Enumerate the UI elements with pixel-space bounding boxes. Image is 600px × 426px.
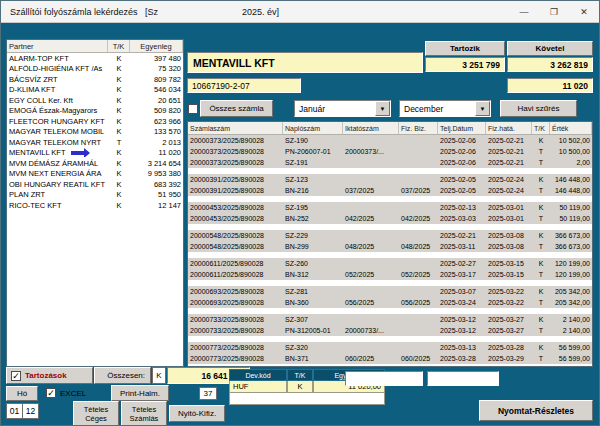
invoice-row[interactable]: 20000373/2025/890028PN-206007-0120000373…	[188, 146, 592, 157]
maximize-icon[interactable]: ❐	[539, 1, 569, 22]
invoice-cell: 2025-03-13	[438, 344, 486, 351]
invoice-row[interactable]: 20000693/2025/890028SZ-2812025-03-072025…	[188, 286, 592, 297]
invoice-cell: BN-252	[283, 215, 343, 222]
invoice-cell: 2025-03-29	[486, 355, 532, 362]
invoice-cell: 056/2025	[399, 299, 438, 306]
partner-row[interactable]: OBI HUNGARY REATIL KFTK683 392	[7, 179, 183, 190]
invoice-row[interactable]: 20000693/2025/890028BN-360056/2025056/20…	[188, 297, 592, 308]
partner-name-cell: MAGYAR TELEKOM NYRT	[7, 138, 108, 147]
invoice-row[interactable]: 20000391/2025/890028SZ-1232025-02-052025…	[188, 174, 592, 185]
print-halm-button[interactable]: Print-Halm.	[111, 385, 169, 401]
invoice-cell: 2025-03-08	[486, 243, 532, 250]
app-window: Szállítói folyószámla lekérdezés [Sz 202…	[0, 0, 600, 426]
invoice-row[interactable]: 20000453/2025/890028BN-252042/2025042/20…	[188, 213, 592, 224]
month-to-input[interactable]: 12	[22, 403, 39, 419]
month-to-select[interactable]: December ▼	[399, 100, 491, 117]
partner-name-cell: MVM NEXT ENERGIA ÁRA	[7, 169, 108, 178]
partner-name-cell: ALFÖLD-HIGIÉNIA KFT /As	[7, 64, 108, 73]
partner-balance-cell: 51 950	[130, 190, 183, 199]
invoice-col-header[interactable]: T/K	[532, 122, 550, 134]
invoice-cell: 042/2025	[343, 215, 399, 222]
invoice-cell: SZ-260	[283, 260, 343, 267]
partner-row[interactable]: EMOGÁ Észak-MagyarorsK509 820	[7, 106, 183, 117]
kovetel-value: 3 262 819	[507, 57, 593, 72]
partner-row[interactable]: MVM DÉMÁSZ ÁRAMHÁLK3 214 654	[7, 158, 183, 169]
invoice-cell: 20000548/2025/890028	[188, 232, 283, 239]
invoice-col-header[interactable]: Telj.Dátum	[438, 122, 486, 134]
invoice-cell: 042/2025	[399, 215, 438, 222]
invoice-cell: T	[532, 299, 550, 306]
invoice-row[interactable]: 20000373/2025/890028SZ-1912025-02-062025…	[188, 157, 592, 168]
invoice-row[interactable]: 20000733/2025/890028SZ-3072025-03-122025…	[188, 314, 592, 325]
partner-row[interactable]: MVM NEXT ENERGIA ÁRAK9 953 380	[7, 169, 183, 180]
partner-table-body: ALARM-TOP KFTK397 480ALFÖLD-HIGIÉNIA KFT…	[7, 53, 183, 211]
partner-row[interactable]: RICO-TEC KFTK12 147	[7, 200, 183, 211]
invoice-cell: T	[532, 187, 550, 194]
partner-name-cell: FLEETCOR HUNGARY KFT	[7, 117, 108, 126]
tax-id-field[interactable]: 10667190-2-07	[187, 78, 301, 93]
invoice-cell: 2025-03-12	[438, 327, 486, 334]
invoice-row[interactable]: 20000548/2025/890028BN-299048/2025048/20…	[188, 241, 592, 252]
selected-partner-name-field[interactable]: MENTAVILL KFT	[187, 52, 423, 73]
partner-row[interactable]: MAGYAR TELEKOM NYRTT2 013	[7, 137, 183, 148]
nyito-kifiz-button[interactable]: Nyitó-Kifiz.	[169, 405, 225, 422]
minimize-icon[interactable]: —	[509, 1, 539, 22]
partner-row[interactable]: PLAN ZRTK51 950	[7, 190, 183, 201]
invoice-row[interactable]: 20000373/2025/890028SZ-1902025-02-062025…	[188, 135, 592, 146]
chevron-down-icon[interactable]: ▼	[375, 101, 390, 116]
partner-name-cell: MENTAVILL KFT	[7, 148, 108, 157]
invoice-row[interactable]: 20000548/2025/890028SZ-2292025-02-212025…	[188, 230, 592, 241]
invoice-cell: 052/2025	[399, 271, 438, 278]
partner-col-header-balance[interactable]: Egyenleg	[130, 40, 183, 52]
partner-balance-cell: 809 782	[130, 75, 183, 84]
invoice-cell: 048/2025	[399, 243, 438, 250]
empty-field-right[interactable]	[427, 371, 499, 386]
invoice-col-header[interactable]: Érték	[550, 122, 592, 134]
invoice-cell: 146 448,00	[550, 187, 592, 194]
partner-balance-cell: 546 034	[130, 85, 183, 94]
partner-row[interactable]: MAGYAR TELEKOM MOBILK133 570	[7, 127, 183, 138]
partner-row[interactable]: FLEETCOR HUNGARY KFTK623 966	[7, 116, 183, 127]
month-from-select[interactable]: Január ▼	[294, 100, 391, 117]
tartozasok-checkbox[interactable]: ✓	[11, 371, 21, 381]
partner-row[interactable]: D-KLIMA KFTK546 034	[7, 85, 183, 96]
invoice-cell: 2025-03-28	[486, 344, 532, 351]
excel-checkbox[interactable]: ✓	[46, 388, 56, 398]
month-from-input[interactable]: 01	[6, 403, 23, 419]
close-icon[interactable]: ✕	[569, 1, 599, 22]
osszes-szamla-checkbox[interactable]	[188, 104, 198, 114]
invoice-cell: 2,00	[550, 159, 592, 166]
partner-row[interactable]: EGY COLL Ker. KftK20 651	[7, 95, 183, 106]
tetles-szamlas-button[interactable]: Tételes Számlás	[121, 401, 167, 426]
invoice-row[interactable]: 20000773/2025/890028SZ-3202025-03-132025…	[188, 342, 592, 353]
invoice-row[interactable]: 20000391/2025/890028BN-216037/2025037/20…	[188, 185, 592, 196]
havi-szures-button[interactable]: Havi szűrés	[500, 100, 577, 117]
osszes-szamla-button[interactable]: Összes számla	[200, 100, 273, 117]
partner-name-cell: EMOGÁ Észak-Magyarors	[7, 106, 108, 115]
invoice-col-header[interactable]: Számlaszám	[188, 122, 283, 134]
partner-row[interactable]: BÁCSVÍZ ZRTK809 782	[7, 74, 183, 85]
invoice-row[interactable]: 20000453/2025/890028SZ-1952025-02-132025…	[188, 202, 592, 213]
partner-row[interactable]: MENTAVILL KFTK11 020	[7, 148, 183, 159]
chevron-down-icon[interactable]: ▼	[475, 101, 490, 116]
partner-row[interactable]: ALFÖLD-HIGIÉNIA KFT /AsK75 320	[7, 64, 183, 75]
invoice-col-header[interactable]: Naplószám	[283, 122, 343, 134]
invoice-row[interactable]: 20000733/2025/890028PN-312005-0120000733…	[188, 325, 592, 336]
invoice-row[interactable]: 20000611/2025/890028SZ-2602025-02-272025…	[188, 258, 592, 269]
invoice-cell: 20000693/2025/890028	[188, 288, 283, 295]
tartozasok-panel: ✓ Tartozások	[6, 367, 93, 384]
tetles-ceges-button[interactable]: Tételes Céges	[73, 401, 119, 426]
partner-row[interactable]: ALARM-TOP KFTK397 480	[7, 53, 183, 64]
partner-col-header-tk[interactable]: T/K	[108, 40, 130, 52]
nyomtat-reszletes-button[interactable]: Nyomtat-Részletes	[479, 400, 593, 421]
partner-table-header: Partner T/K Egyenleg	[7, 40, 183, 53]
invoice-col-header[interactable]: Fiz.hatá.	[486, 122, 532, 134]
invoice-cell: 2025-03-17	[438, 271, 486, 278]
invoice-row[interactable]: 20000773/2025/890028BN-371060/2025060/20…	[188, 353, 592, 364]
partner-col-header-partner[interactable]: Partner	[7, 40, 108, 52]
empty-field-left[interactable]	[345, 371, 423, 386]
invoice-col-header[interactable]: Iktatószám	[343, 122, 399, 134]
invoice-cell: 20000373/2025/890028	[188, 148, 283, 155]
invoice-col-header[interactable]: Fiz. Biz.	[399, 122, 438, 134]
invoice-row[interactable]: 20000611/2025/890028BN-312052/2025052/20…	[188, 269, 592, 280]
